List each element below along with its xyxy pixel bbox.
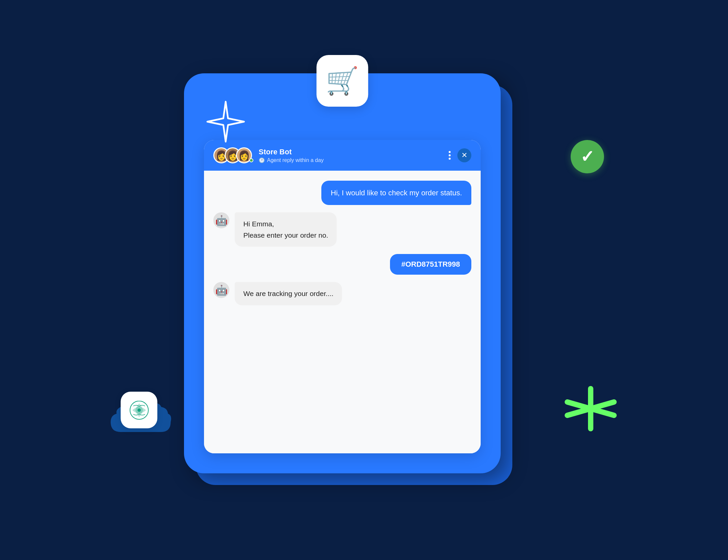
message-user-1: Hi, I would like to check my order statu… — [213, 181, 471, 205]
chat-header-info: Store Bot 🕐 Agent reply within a day — [259, 148, 442, 163]
bot-face-icon-2: 🤖 — [213, 282, 229, 298]
dot-2 — [449, 154, 451, 156]
dot-3 — [449, 158, 451, 160]
message-order: #ORD8751TR998 — [213, 254, 471, 275]
more-options-button[interactable] — [447, 150, 452, 161]
chat-messages: Hi, I would like to check my order statu… — [204, 171, 481, 453]
message-bot-1: 🤖 Hi Emma,Please enter your order no. — [213, 212, 471, 247]
avatar-face-3: 👩 — [237, 148, 251, 162]
chat-window: 👩 👩 👩 Store Bot 🕐 Agent reply within a d… — [204, 140, 481, 453]
cart-icon: 🛒 — [326, 68, 359, 94]
close-button[interactable]: ✕ — [457, 148, 471, 162]
online-indicator — [249, 158, 253, 162]
success-check-circle: ✓ — [571, 140, 604, 173]
sparkle-star-decoration — [204, 100, 247, 145]
asterisk-decoration — [564, 385, 617, 433]
status-text: Agent reply within a day — [267, 157, 324, 163]
header-actions: ✕ — [447, 148, 471, 162]
bot-avatar-1: 🤖 — [213, 212, 229, 228]
message-bot-tracking: 🤖 We are tracking your order.... — [213, 282, 471, 305]
bot-avatar-2: 🤖 — [213, 282, 229, 298]
bot-face-icon-1: 🤖 — [213, 212, 229, 228]
scene: 🛒 👩 👩 👩 — [131, 47, 597, 513]
chat-status: 🕐 Agent reply within a day — [259, 157, 442, 163]
clock-icon: 🕐 — [259, 157, 265, 163]
svg-point-0 — [137, 408, 141, 412]
chatgpt-logo — [121, 392, 157, 428]
check-icon: ✓ — [580, 147, 594, 166]
bubble-user-1: Hi, I would like to check my order statu… — [321, 181, 471, 205]
dot-1 — [449, 151, 451, 153]
cart-icon-wrapper: 🛒 — [317, 55, 368, 107]
bot-name: Store Bot — [259, 148, 442, 156]
avatar-group: 👩 👩 👩 — [213, 147, 253, 163]
bubble-order: #ORD8751TR998 — [390, 254, 471, 275]
bubble-tracking: We are tracking your order.... — [235, 282, 342, 305]
main-card: 🛒 👩 👩 👩 — [184, 73, 501, 473]
bubble-bot-1: Hi Emma,Please enter your order no. — [235, 212, 337, 247]
